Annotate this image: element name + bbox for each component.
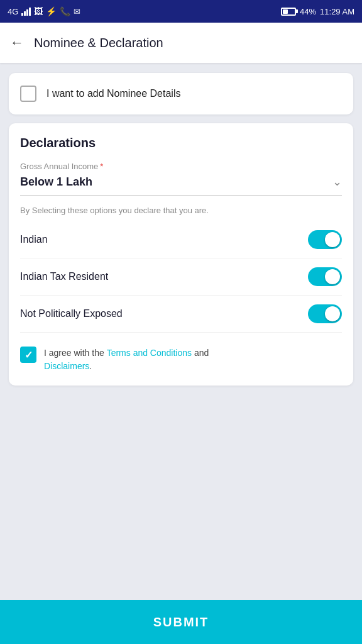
mail-icon: ✉ bbox=[74, 7, 80, 16]
nominee-label: I want to add Nominee Details bbox=[47, 88, 180, 99]
phone-icon: 📞 bbox=[60, 6, 70, 16]
main-content: I want to add Nominee Details Declaratio… bbox=[0, 63, 362, 600]
gross-income-dropdown[interactable]: Below 1 Lakh ⌄ bbox=[20, 175, 342, 196]
flash-icon: ⚡ bbox=[46, 6, 57, 16]
page-title: Nominee & Declaration bbox=[34, 36, 163, 50]
declaration-note: By Selecting these options you declare t… bbox=[20, 206, 342, 215]
gross-income-value: Below 1 Lakh bbox=[20, 175, 92, 189]
nominee-checkbox[interactable] bbox=[20, 86, 36, 102]
submit-button[interactable]: SUBMIT bbox=[0, 600, 362, 644]
gallery-icon: 🖼 bbox=[34, 6, 43, 16]
toggle-row-indian: Indian bbox=[20, 221, 342, 258]
chevron-down-icon: ⌄ bbox=[332, 175, 342, 189]
status-right: 44% 11:29 AM bbox=[281, 7, 354, 16]
toggle-tax-resident[interactable] bbox=[308, 267, 342, 286]
disclaimers-link[interactable]: Disclaimers bbox=[44, 361, 89, 371]
toggle-row-politically-exposed: Not Politically Exposed bbox=[20, 296, 342, 333]
terms-conditions-link[interactable]: Terms and Conditions bbox=[107, 348, 192, 358]
terms-prefix: I agree with the bbox=[44, 348, 107, 358]
status-bar: 4G 🖼 ⚡ 📞 ✉ 44% 11:29 AM bbox=[0, 0, 362, 23]
network-label: 4G bbox=[8, 7, 18, 16]
time-label: 11:29 AM bbox=[320, 7, 354, 16]
checkmark-icon: ✓ bbox=[25, 349, 33, 361]
toggle-label-indian: Indian bbox=[20, 234, 48, 245]
submit-label: SUBMIT bbox=[153, 615, 209, 630]
toggle-row-tax-resident: Indian Tax Resident bbox=[20, 258, 342, 296]
toggle-label-politically-exposed: Not Politically Exposed bbox=[20, 308, 123, 319]
gross-income-label: Gross Annual Income* bbox=[20, 162, 342, 171]
terms-row: ✓ I agree with the Terms and Conditions … bbox=[20, 341, 342, 373]
toggle-indian[interactable] bbox=[308, 230, 342, 249]
declarations-card: Declarations Gross Annual Income* Below … bbox=[9, 123, 353, 386]
toggle-label-tax-resident: Indian Tax Resident bbox=[20, 271, 108, 282]
back-button[interactable]: ← bbox=[10, 36, 24, 50]
toggle-politically-exposed[interactable] bbox=[308, 304, 342, 323]
battery-label: 44% bbox=[300, 7, 316, 16]
bottom-spacer bbox=[9, 394, 353, 590]
battery-icon bbox=[281, 8, 296, 16]
declarations-title: Declarations bbox=[20, 136, 342, 150]
terms-middle: and bbox=[192, 348, 209, 358]
nominee-card: I want to add Nominee Details bbox=[9, 73, 353, 114]
status-left: 4G 🖼 ⚡ 📞 ✉ bbox=[8, 6, 80, 16]
nav-bar: ← Nominee & Declaration bbox=[0, 23, 362, 63]
signal-icon bbox=[21, 7, 31, 16]
terms-text: I agree with the Terms and Conditions an… bbox=[44, 347, 209, 373]
terms-suffix: . bbox=[89, 361, 92, 371]
terms-checkbox[interactable]: ✓ bbox=[20, 347, 36, 363]
